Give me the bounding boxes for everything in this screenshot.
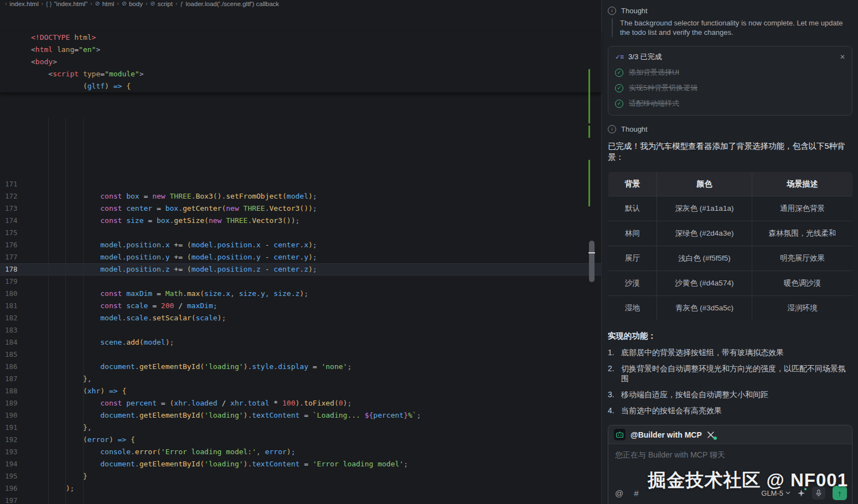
line-number: 186: [0, 361, 31, 373]
chevron-right-icon: ›: [175, 1, 177, 7]
line-number: [0, 32, 31, 44]
feature-item: 1.底部居中的背景选择按钮组，带有玻璃拟态效果: [608, 347, 852, 357]
line-number: 191: [0, 422, 31, 434]
breadcrumb-file[interactable]: index.html: [9, 1, 38, 7]
code-line: <body>: [0, 56, 601, 68]
line-number: [0, 68, 31, 80]
code-line: 189 const percent = (xhr.loaded / xhr.to…: [0, 397, 601, 409]
thought-icon: i: [608, 7, 616, 15]
line-number: 180: [0, 288, 31, 300]
code-line: 188 (xhr) => {: [0, 385, 601, 397]
thought-label: Thought: [621, 7, 648, 15]
breadcrumb-symbol-callback[interactable]: loader.load('./scene.gltf') callback: [185, 1, 279, 7]
thought-text: The background selector functionality is…: [612, 18, 850, 37]
code-line: 174 const size = box.getSize(new THREE.V…: [0, 215, 601, 227]
symbol-element-icon: ⊘: [150, 0, 155, 7]
code-line: 171: [0, 178, 601, 190]
table-header: 场景描述: [752, 172, 853, 196]
code-line: 185: [0, 349, 601, 361]
ai-assistant-panel: i Thought The background selector functi…: [602, 0, 858, 504]
hash-icon[interactable]: #: [634, 489, 638, 498]
braces-icon: { }: [46, 1, 51, 7]
symbol-element-icon: ⊘: [122, 0, 127, 7]
code-line: 175: [0, 227, 601, 239]
overview-ruler-cursor-mark: [588, 252, 595, 253]
code-line: 183: [0, 324, 601, 336]
feature-item: 4.当前选中的按钮会有高亮效果: [608, 406, 852, 415]
online-dot: [714, 437, 717, 440]
symbol-element-icon: ⊘: [95, 0, 100, 7]
line-number: 177: [0, 251, 31, 263]
code-line: 177 model.position.y += (model.position.…: [0, 251, 601, 263]
assistant-summary: 已完成！我为汽车模型查看器添加了背景选择功能，包含以下5种背景：: [608, 141, 852, 163]
code-line: 176 model.position.x += (model.position.…: [0, 239, 601, 251]
overview-ruler-change-mark: [588, 160, 590, 206]
line-number: 178: [0, 263, 31, 276]
overview-ruler-change-mark: [588, 69, 590, 123]
close-icon[interactable]: ✕: [840, 53, 845, 61]
line-number: 174: [0, 215, 31, 227]
line-number: 193: [0, 446, 31, 458]
code-line: 172 const box = new THREE.Box3().setFrom…: [0, 190, 601, 202]
background-options-table: 背景 颜色 场景描述 默认深灰色 (#1a1a1a)通用深色背景 林间深绿色 (…: [608, 172, 853, 321]
indent-guide: [65, 117, 66, 504]
code-line: 193 console.error('Error loading model:'…: [0, 446, 601, 458]
breadcrumb-symbol-script[interactable]: script: [157, 1, 172, 7]
line-number: 187: [0, 373, 31, 385]
mention-icon[interactable]: @: [615, 489, 623, 498]
table-row: 湿地青灰色 (#3d5a5c)湿润环境: [608, 296, 853, 321]
line-number: [0, 44, 31, 56]
table-row: 沙漠沙黄色 (#d4a574)暖色调沙漠: [608, 271, 853, 296]
code-line: 180 const maxDim = Math.max(size.x, size…: [0, 288, 601, 300]
check-circle-icon: ✓: [615, 69, 623, 77]
line-number: [0, 56, 31, 68]
line-number: 181: [0, 300, 31, 312]
table-row: 默认深灰色 (#1a1a1a)通用深色背景: [608, 196, 853, 221]
line-number: 197: [0, 495, 31, 504]
breadcrumb-symbol-root[interactable]: "index.html": [54, 1, 88, 7]
overview-ruler-change-mark: [588, 126, 590, 138]
code-line: (gltf) => {: [0, 80, 601, 92]
code-lines[interactable]: 171172 const box = new THREE.Box3().setF…: [0, 117, 601, 504]
line-number: 185: [0, 349, 31, 361]
chevron-right-icon: ›: [90, 1, 92, 7]
vscode-window: › index.html › { } "index.html" › ⊘ html…: [0, 0, 858, 504]
line-number: 184: [0, 336, 31, 349]
code-line: 173 const center = box.getCenter(new THR…: [0, 202, 601, 215]
code-line: 196 );: [0, 482, 601, 495]
breadcrumb-symbol-html[interactable]: html: [102, 1, 115, 7]
line-number: 190: [0, 409, 31, 422]
editor-scrollbar[interactable]: [589, 241, 595, 282]
chat-placeholder: 您正在与 Builder with MCP 聊天: [615, 450, 845, 460]
todo-item: ✓ 实现5种背景切换逻辑: [615, 83, 845, 93]
code-line: 190 document.getElementById('loading').t…: [0, 409, 601, 422]
chevron-right-icon: ›: [42, 1, 43, 7]
breadcrumb[interactable]: › index.html › { } "index.html" › ⊘ html…: [0, 0, 601, 7]
table-header: 背景: [608, 172, 657, 196]
line-number: 195: [0, 470, 31, 482]
code-line: 187 },: [0, 373, 601, 385]
breadcrumb-symbol-body[interactable]: body: [129, 1, 143, 7]
table-header: 颜色: [657, 172, 752, 196]
thought-header-1[interactable]: i Thought: [608, 6, 852, 15]
code-line: <!DOCTYPE html>: [0, 32, 601, 44]
line-number: 173: [0, 202, 31, 215]
line-number: 194: [0, 458, 31, 470]
todo-item: ✓ 适配移动端样式: [615, 98, 845, 108]
code-line: 182 model.scale.setScalar(scale);: [0, 312, 601, 324]
editor-group: › index.html › { } "index.html" › ⊘ html…: [0, 0, 602, 504]
thought-header-2[interactable]: i Thought: [608, 124, 852, 134]
check-circle-icon: ✓: [615, 84, 623, 92]
chat-agent-header[interactable]: @Builder with MCP: [608, 425, 852, 444]
code-line: 184 scene.add(model);: [0, 336, 601, 349]
line-number: 175: [0, 227, 31, 239]
indent-guide: [48, 117, 49, 504]
tools-icon[interactable]: [707, 431, 715, 439]
table-row: 林间深绿色 (#2d4a3e)森林氛围，光线柔和: [608, 221, 853, 246]
code-line: <script type="module">: [0, 68, 601, 80]
robot-icon: [614, 429, 626, 440]
sticky-scroll[interactable]: <!DOCTYPE html><html lang="en"><body> <s…: [0, 32, 601, 93]
symbol-callback-icon: ƒ: [180, 1, 183, 7]
code-line: <html lang="en">: [0, 44, 601, 56]
code-editor[interactable]: <!DOCTYPE html><html lang="en"><body> <s…: [0, 7, 601, 504]
